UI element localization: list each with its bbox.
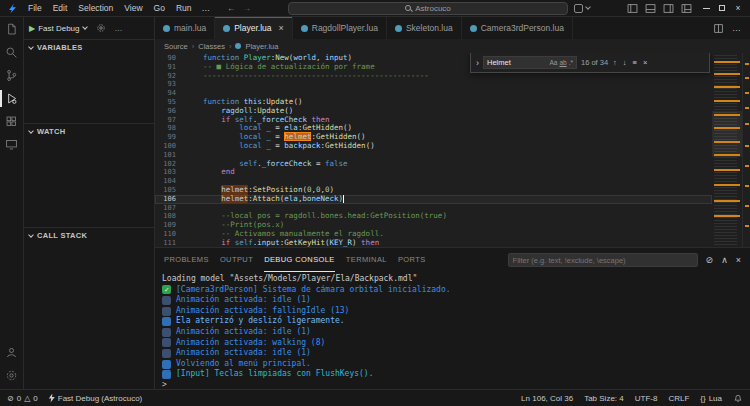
customize-layout-icon[interactable] — [681, 3, 692, 14]
command-center-search[interactable]: Astrocuco — [288, 2, 568, 15]
remote-explorer-icon[interactable] — [0, 133, 24, 156]
tab-size-indicator[interactable]: Tab Size: 4 — [584, 394, 624, 403]
menu-view[interactable]: View — [119, 2, 147, 14]
tab-Player.lua[interactable]: Player.lua× — [215, 17, 293, 39]
find-input[interactable] — [487, 58, 547, 67]
maximize-panel-icon[interactable]: ∧ — [721, 255, 728, 265]
breadcrumb-item[interactable]: Source — [164, 42, 188, 51]
extensions-icon[interactable] — [0, 110, 24, 133]
tab-Camera3rdPerson.lua[interactable]: Camera3rdPerson.lua — [462, 17, 573, 39]
cursor-position[interactable]: Ln 106, Col 36 — [521, 394, 573, 403]
code-line[interactable]: 106 helmet:Attach(ela,boneNeck) — [155, 195, 712, 204]
start-debug-icon[interactable]: ▶ — [29, 24, 35, 33]
code-line[interactable]: 93 — [155, 80, 712, 89]
minimap[interactable] — [712, 53, 742, 247]
source-control-icon[interactable] — [0, 64, 24, 87]
search-view-icon[interactable] — [0, 41, 24, 64]
back-arrow-icon[interactable]: ← — [227, 3, 236, 13]
breadcrumb-item[interactable]: Player.lua — [245, 42, 278, 51]
call-stack-pane-header[interactable]: CALL STACK — [24, 228, 154, 243]
find-match-mark — [714, 184, 740, 186]
tab-RagdollPlayer.lua[interactable]: RagdollPlayer.lua — [293, 17, 387, 39]
previous-match-icon[interactable]: ↑ — [612, 58, 618, 67]
explorer-icon[interactable] — [0, 18, 24, 41]
regex-icon[interactable]: .* — [569, 59, 573, 66]
minimap-slider[interactable] — [712, 111, 742, 157]
menu-selection[interactable]: Selection — [73, 2, 118, 14]
toggle-panel-icon[interactable] — [645, 3, 656, 14]
event-icon — [162, 317, 171, 326]
close-window-button[interactable]: × — [730, 1, 746, 16]
console-output[interactable]: Loading model "Assets/Models/Player/Ela/… — [155, 272, 750, 389]
debug-views-more-icon[interactable]: … — [115, 24, 123, 33]
menu-run[interactable]: Run — [171, 2, 197, 14]
menu-go[interactable]: Go — [149, 2, 170, 14]
code-line[interactable]: 100 local _ = backpack:GetHidden() — [155, 142, 712, 151]
tab-label: Camera3rdPerson.lua — [481, 23, 564, 33]
console-text: Animación activada: idle (1) — [176, 327, 311, 338]
language-label: Lua — [709, 394, 722, 403]
editor-actions-more-icon[interactable]: … — [732, 23, 741, 33]
panel-tab-ports[interactable]: PORTS — [398, 248, 426, 272]
debug-status-label: Fast Debug (Astrocuco) — [58, 394, 142, 403]
titlebar: FileEditSelectionViewGoRun … ←→ Astrocuc… — [0, 0, 750, 17]
language-indicator[interactable]: {}Lua — [700, 394, 722, 403]
toggle-replace-icon[interactable]: › — [476, 58, 479, 68]
watch-pane-header[interactable]: WATCH — [24, 124, 154, 139]
next-match-icon[interactable]: ↓ — [622, 58, 628, 67]
forward-arrow-icon[interactable]: → — [243, 3, 252, 13]
menu-overflow-icon[interactable]: … — [198, 3, 215, 13]
toggle-secondary-sidebar-icon[interactable] — [663, 3, 674, 14]
run-debug-icon[interactable] — [0, 87, 24, 110]
encoding-indicator[interactable]: UTF-8 — [635, 394, 658, 403]
debug-config-select[interactable]: Fast Debug — [38, 24, 79, 33]
code-line[interactable]: 103 end — [155, 168, 712, 177]
lua-file-icon — [223, 25, 230, 32]
warnings-icon: △ — [24, 394, 30, 403]
variables-pane-header[interactable]: VARIABLES — [24, 40, 154, 55]
settings-gear-icon[interactable] — [0, 364, 24, 387]
menu-edit[interactable]: Edit — [48, 2, 73, 14]
pane-title: VARIABLES — [37, 43, 82, 52]
code-line[interactable]: 102 self._forceCheck = false — [155, 160, 712, 169]
code-area[interactable]: 90 function Player:New(world, input)91 -… — [155, 53, 712, 247]
close-tab-icon[interactable]: × — [278, 23, 283, 33]
close-panel-icon[interactable]: × — [736, 255, 741, 265]
copilot-menu[interactable] — [574, 4, 590, 13]
braces-icon: {} — [700, 394, 705, 403]
eol-indicator[interactable]: CRLF — [668, 394, 689, 403]
split-editor-icon[interactable] — [713, 23, 724, 34]
panel-tab-problems[interactable]: PROBLEMS — [164, 248, 209, 272]
find-match-mark — [714, 114, 740, 116]
notifications-bell-icon[interactable] — [733, 393, 743, 403]
debug-settings-gear-icon[interactable] — [96, 23, 106, 33]
warnings-count: 0 — [33, 394, 37, 403]
code-line[interactable]: 111 if self.input:GetKeyHit(KEY_R) then — [155, 239, 712, 247]
whole-word-icon[interactable]: ab — [559, 59, 566, 66]
find-in-selection-icon[interactable]: ≡ — [632, 58, 638, 67]
problems-status[interactable]: ⊘ 0 △ 0 — [7, 394, 38, 403]
maximize-button[interactable] — [714, 1, 730, 16]
debug-status[interactable]: Fast Debug (Astrocuco) — [49, 394, 142, 403]
menu-file[interactable]: File — [23, 2, 47, 14]
account-icon[interactable] — [0, 341, 24, 364]
panel-tab-output[interactable]: OUTPUT — [220, 248, 253, 272]
panel-tab-debug-console[interactable]: DEBUG CONSOLE — [264, 248, 335, 272]
titlebar-right: × — [627, 1, 746, 16]
panel-tab-terminal[interactable]: TERMINAL — [346, 248, 387, 272]
close-find-icon[interactable]: × — [642, 58, 648, 67]
tab-main.lua[interactable]: main.lua — [155, 17, 215, 39]
minimize-button[interactable] — [698, 1, 714, 16]
breadcrumb-item[interactable]: Classes — [198, 42, 225, 51]
console-line: Animación activada: fallingIdle (13) — [162, 306, 750, 317]
console-prompt[interactable]: > — [162, 380, 750, 389]
toggle-sidebar-icon[interactable] — [627, 3, 638, 14]
find-match-mark — [714, 215, 740, 217]
console-text: Animación activada: idle (1) — [176, 348, 311, 359]
tab-Skeleton.lua[interactable]: Skeleton.lua — [387, 17, 462, 39]
line-number: 111 — [155, 239, 185, 247]
line-number: 101 — [155, 151, 185, 160]
clear-console-icon[interactable]: ⊘ — [706, 255, 714, 265]
console-filter-input[interactable] — [513, 256, 693, 265]
match-case-icon[interactable]: Aa — [549, 59, 557, 66]
